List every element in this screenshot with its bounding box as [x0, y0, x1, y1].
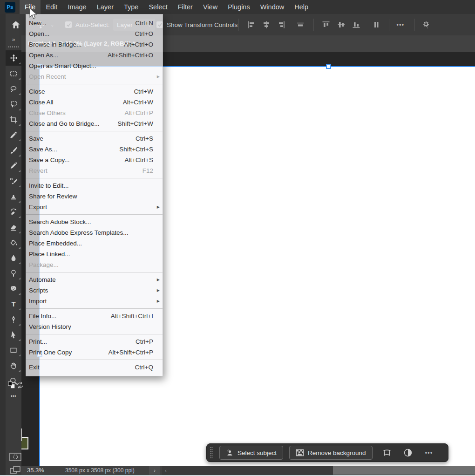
toolbar-grip[interactable]	[8, 46, 19, 48]
menu-item[interactable]: ▶	[26, 176, 163, 180]
menu-item[interactable]: Close All Alt+Ctrl+W ▶	[26, 97, 163, 108]
menubar-item[interactable]: Filter	[173, 0, 198, 14]
menu-item[interactable]: Print One Copy Alt+Shift+Ctrl+P ▶	[26, 347, 163, 358]
menu-item[interactable]: ▶	[26, 306, 163, 311]
menu-item[interactable]: New... Ctrl+N ▶	[26, 18, 163, 28]
menu-item[interactable]: Import ▶	[26, 296, 163, 306]
menu-item[interactable]: Scripts ▶	[26, 285, 163, 296]
more-align-options-button[interactable]: •••	[395, 20, 406, 30]
menu-item[interactable]: Place Embedded... ▶	[26, 238, 163, 249]
menubar-item[interactable]: Edit	[41, 0, 62, 14]
menu-item[interactable]: Search Adobe Stock... ▶	[26, 217, 163, 227]
menu-item[interactable]: Open Recent ▶	[26, 71, 163, 82]
quick-mask-icon[interactable]	[9, 453, 21, 461]
menubar-item[interactable]: Plugins	[223, 0, 255, 14]
swap-colors-icon[interactable]	[16, 381, 24, 389]
paint-bucket-tool[interactable]	[6, 235, 21, 250]
menu-item[interactable]: Search Adobe Express Templates... ▶	[26, 227, 163, 238]
menu-item[interactable]: Version History ▶	[26, 321, 163, 332]
menu-item[interactable]: Browse in Bridge... Alt+Ctrl+O ▶	[26, 39, 163, 50]
clone-stamp-tool[interactable]	[6, 189, 21, 204]
align-top-edges-button[interactable]	[321, 20, 331, 30]
scroll-left-icon[interactable]: ‹	[165, 466, 167, 475]
crop-tool[interactable]	[6, 112, 21, 127]
align-right-edges-button[interactable]	[276, 20, 286, 30]
menu-item[interactable]: Close Others Alt+Ctrl+P ▶	[26, 108, 163, 118]
menu-item[interactable]: Invite to Edit... ▶	[26, 180, 163, 191]
menu-item[interactable]: Save Ctrl+S ▶	[26, 133, 163, 144]
pen-tool[interactable]	[6, 312, 21, 327]
menu-item[interactable]: Revert F12 ▶	[26, 165, 163, 176]
align-bottom-edges-button[interactable]	[351, 20, 361, 30]
eyedropper-tool[interactable]	[6, 127, 21, 143]
hand-tool[interactable]	[6, 358, 21, 373]
menu-item[interactable]: File Info... Alt+Shift+Ctrl+I ▶	[26, 311, 163, 321]
menu-item[interactable]: Save As... Shift+Ctrl+S ▶	[26, 144, 163, 155]
menubar-item[interactable]: Layer	[92, 0, 119, 14]
distribute-horizontal-button[interactable]	[295, 20, 305, 30]
rectangular-marquee-tool[interactable]	[6, 66, 21, 81]
menu-item[interactable]: ▶	[26, 129, 163, 133]
dodge-tool[interactable]	[6, 265, 21, 281]
transform-handle-top-center[interactable]	[326, 64, 331, 69]
collapse-panel-icon[interactable]: »	[6, 36, 21, 43]
menu-item[interactable]: Open... Ctrl+O ▶	[26, 28, 163, 39]
edit-toolbar-button[interactable]: •••	[6, 388, 21, 404]
path-selection-icon	[9, 331, 18, 339]
sponge-tool[interactable]	[6, 281, 21, 296]
menu-item[interactable]: ▶	[26, 358, 163, 362]
drag-handle-icon[interactable]	[210, 446, 213, 459]
move-tool[interactable]	[6, 50, 21, 66]
blur-tool[interactable]	[6, 250, 21, 265]
align-left-edges-button[interactable]	[246, 20, 257, 30]
menu-item[interactable]: Share for Review ▶	[26, 191, 163, 202]
menu-item[interactable]: Close and Go to Bridge... Shift+Ctrl+W ▶	[26, 118, 163, 129]
menu-item[interactable]: ▶	[26, 270, 163, 274]
menu-item[interactable]: Package... ▶	[26, 259, 163, 270]
brush-tool[interactable]	[6, 143, 21, 158]
menu-item[interactable]: Exit Ctrl+Q ▶	[26, 362, 163, 373]
rectangle-tool[interactable]	[6, 342, 21, 358]
menu-item[interactable]: ▶	[26, 82, 163, 86]
zoom-level[interactable]: 35.3%	[27, 466, 44, 475]
horizontal-scrollbar-thumb[interactable]	[333, 466, 475, 475]
taskbar-more-button[interactable]: •••	[425, 449, 433, 456]
object-selection-tool[interactable]	[6, 96, 21, 112]
menubar-item[interactable]: Select	[143, 0, 172, 14]
align-vertical-centers-button[interactable]	[336, 20, 346, 30]
remove-background-label: Remove background	[308, 449, 366, 456]
distribute-vertical-button[interactable]	[371, 20, 381, 30]
type-tool[interactable]: T	[6, 296, 21, 312]
menubar-item[interactable]: Image	[62, 0, 91, 14]
screen-mode-icon[interactable]	[9, 466, 21, 474]
align-horizontal-centers-button[interactable]	[261, 20, 271, 30]
menu-item[interactable]: Print... Ctrl+P ▶	[26, 336, 163, 347]
history-brush-tool[interactable]	[6, 204, 21, 219]
menu-item[interactable]: Open as Smart Object... ▶	[26, 61, 163, 71]
healing-brush-tool[interactable]	[6, 173, 21, 189]
menubar-item[interactable]: View	[198, 0, 223, 14]
menu-item[interactable]: Close Ctrl+W ▶	[26, 86, 163, 97]
menubar-item[interactable]: Help	[289, 0, 313, 14]
remove-background-button[interactable]: Remove background	[289, 446, 373, 460]
menubar-item[interactable]: Type	[119, 0, 143, 14]
adjustments-button[interactable]	[403, 448, 413, 457]
menu-item[interactable]: Open As... Alt+Shift+Ctrl+O ▶	[26, 50, 163, 61]
workspace-settings-button[interactable]	[421, 20, 431, 30]
eraser-tool[interactable]	[6, 219, 21, 235]
pencil-tool[interactable]	[6, 158, 21, 173]
status-next-icon[interactable]: ›	[149, 466, 160, 475]
lasso-tool[interactable]	[6, 81, 21, 96]
home-button[interactable]	[11, 14, 21, 35]
menu-item[interactable]: ▶	[26, 332, 163, 336]
default-colors-icon[interactable]	[7, 381, 16, 389]
menu-item[interactable]: Export ▶	[26, 202, 163, 212]
menu-item[interactable]: ▶	[26, 212, 163, 217]
menubar-item[interactable]: Window	[255, 0, 290, 14]
path-selection-tool[interactable]	[6, 327, 21, 342]
menu-item[interactable]: Automate ▶	[26, 274, 163, 285]
menu-item[interactable]: Place Linked... ▶	[26, 249, 163, 259]
transform-warp-button[interactable]	[382, 448, 392, 457]
select-subject-button[interactable]: Select subject	[219, 446, 283, 460]
menu-item[interactable]: Save a Copy... Alt+Ctrl+S ▶	[26, 155, 163, 165]
